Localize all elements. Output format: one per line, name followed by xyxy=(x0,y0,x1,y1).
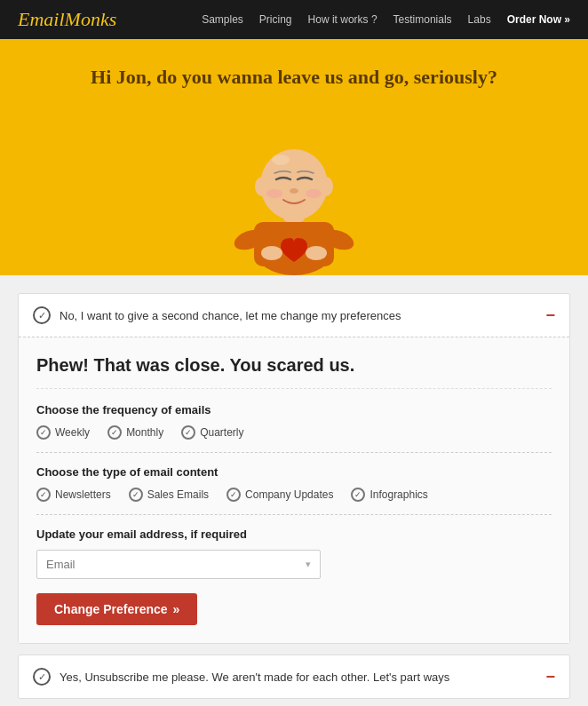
content-type-options: ✓ Newsletters ✓ Sales Emails ✓ Company U… xyxy=(36,488,552,502)
email-update-label: Update your email address, if required xyxy=(36,528,552,541)
nav-labs[interactable]: Labs xyxy=(468,13,491,26)
infographics-check-icon: ✓ xyxy=(351,488,365,502)
panel2-toggle-icon[interactable]: − xyxy=(545,669,555,685)
nav-testimonials[interactable]: Testimonials xyxy=(393,13,452,26)
monthly-check-icon: ✓ xyxy=(107,425,122,440)
newsletters-label: Newsletters xyxy=(55,488,111,501)
change-preference-button[interactable]: Change Preference » xyxy=(36,593,197,625)
panel2-header[interactable]: ✓ Yes, Unsubscribe me please. We aren't … xyxy=(19,655,569,698)
type-company-updates[interactable]: ✓ Company Updates xyxy=(226,488,333,502)
nav-how-it-works[interactable]: How it works ? xyxy=(308,13,377,26)
panel1-check-icon: ✓ xyxy=(33,306,51,324)
panel1-toggle-icon[interactable]: − xyxy=(545,307,555,323)
change-pref-arrows: » xyxy=(173,602,180,616)
hero-section: Hi Jon, do you wanna leave us and go, se… xyxy=(0,39,588,275)
svg-point-13 xyxy=(272,155,290,165)
svg-point-10 xyxy=(290,188,298,194)
nav-samples[interactable]: Samples xyxy=(202,13,243,26)
monk-svg xyxy=(223,107,365,275)
email-input[interactable] xyxy=(46,558,306,571)
weekly-label: Weekly xyxy=(55,426,90,439)
freq-monthly[interactable]: ✓ Monthly xyxy=(107,425,163,440)
nav-links: Samples Pricing How it works ? Testimoni… xyxy=(202,13,570,26)
panel2-title: Yes, Unsubscribe me please. We aren't ma… xyxy=(60,670,449,684)
panel1-header-left: ✓ No, I want to give a second chance, le… xyxy=(33,306,401,324)
frequency-label: Choose the frequency of emails xyxy=(36,403,552,416)
email-dropdown-icon[interactable]: ▾ xyxy=(306,559,311,570)
frequency-options: ✓ Weekly ✓ Monthly ✓ Quarterly xyxy=(36,425,552,440)
monthly-label: Monthly xyxy=(126,426,163,439)
logo[interactable]: EmailMonks xyxy=(18,8,116,31)
monk-illustration xyxy=(18,107,570,275)
freq-weekly[interactable]: ✓ Weekly xyxy=(36,425,90,440)
infographics-label: Infographics xyxy=(369,488,427,501)
freq-quarterly[interactable]: ✓ Quarterly xyxy=(181,425,243,440)
panel-unsubscribe: ✓ Yes, Unsubscribe me please. We aren't … xyxy=(18,654,570,699)
quarterly-label: Quarterly xyxy=(200,426,243,439)
nav-order-now[interactable]: Order Now » xyxy=(507,13,570,26)
sales-emails-check-icon: ✓ xyxy=(129,488,143,502)
type-infographics[interactable]: ✓ Infographics xyxy=(351,488,427,502)
type-sales-emails[interactable]: ✓ Sales Emails xyxy=(129,488,209,502)
panel1-header[interactable]: ✓ No, I want to give a second chance, le… xyxy=(19,294,569,337)
panel1-title: No, I want to give a second chance, let … xyxy=(60,309,401,322)
weekly-check-icon: ✓ xyxy=(36,425,51,440)
svg-point-5 xyxy=(306,246,327,260)
sales-emails-label: Sales Emails xyxy=(147,488,209,501)
company-updates-check-icon: ✓ xyxy=(226,488,241,502)
email-input-container: ▾ xyxy=(36,550,321,579)
navigation: EmailMonks Samples Pricing How it works … xyxy=(0,0,588,39)
divider-2 xyxy=(36,514,552,515)
change-pref-label: Change Preference xyxy=(54,602,168,616)
nav-pricing[interactable]: Pricing xyxy=(259,13,292,26)
svg-point-7 xyxy=(260,149,328,220)
panel2-header-left: ✓ Yes, Unsubscribe me please. We aren't … xyxy=(33,668,449,686)
content-type-label: Choose the type of email content xyxy=(36,465,552,479)
panel2-check-icon: ✓ xyxy=(33,668,51,686)
company-updates-label: Company Updates xyxy=(245,488,333,501)
hero-headline: Hi Jon, do you wanna leave us and go, se… xyxy=(18,66,570,89)
divider-1 xyxy=(36,452,552,453)
svg-point-12 xyxy=(306,189,322,198)
svg-point-4 xyxy=(261,246,282,260)
svg-point-11 xyxy=(266,189,282,198)
newsletters-check-icon: ✓ xyxy=(36,488,51,502)
panel-change-preferences: ✓ No, I want to give a second chance, le… xyxy=(18,293,570,644)
phew-heading: Phew! That was close. You scared us. xyxy=(36,355,552,389)
main-content: ✓ No, I want to give a second chance, le… xyxy=(0,275,588,706)
type-newsletters[interactable]: ✓ Newsletters xyxy=(36,488,111,502)
quarterly-check-icon: ✓ xyxy=(181,425,195,440)
panel1-body: Phew! That was close. You scared us. Cho… xyxy=(19,337,569,643)
